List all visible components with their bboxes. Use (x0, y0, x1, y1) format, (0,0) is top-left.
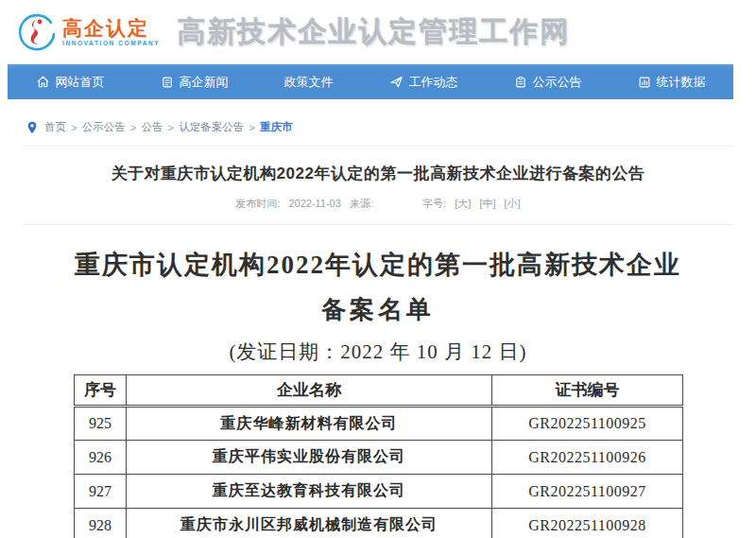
fontsize-medium-button[interactable]: [中] (479, 198, 495, 209)
logo-text: 高企认定 (62, 18, 160, 38)
source-label: 来源: (350, 198, 373, 209)
col-header-cert: 证书编号 (492, 375, 683, 407)
fontsize-label: 字号: (422, 198, 446, 209)
row-no: 926 (75, 441, 127, 475)
nav-item-policy[interactable]: 政策文件 (275, 64, 343, 99)
row-cert: GR202251100928 (492, 509, 683, 538)
logo-swoosh-icon (15, 11, 57, 53)
fontsize-large-button[interactable]: [大] (455, 198, 471, 209)
publish-time-label: 发布时间: (235, 198, 280, 209)
nav-item-statistics[interactable]: 统计数据 (628, 64, 715, 99)
site-header: 高企认定 INNOVATION COMPANY 高新技术企业认定管理工作网 (0, 0, 756, 64)
site-logo[interactable]: 高企认定 INNOVATION COMPANY (15, 11, 160, 53)
breadcrumb-notice[interactable]: 公告 (141, 120, 163, 134)
home-icon (36, 75, 50, 89)
table-row: 926 重庆平伟实业股份有限公司 GR202251100926 (75, 441, 683, 475)
nav-item-home[interactable]: 网站首页 (26, 64, 114, 99)
publish-time-value: 2022-11-03 (288, 198, 340, 209)
document-heading-line1: 重庆市认定机构2022年认定的第一批高新技术企业 (0, 248, 756, 282)
site-title: 高新技术企业认定管理工作网 (177, 13, 570, 52)
document-issue-date: (发证日期：2022 年 10 月 12 日) (0, 338, 756, 365)
divider-meta (23, 224, 733, 225)
nav-item-news[interactable]: 高企新闻 (151, 64, 238, 99)
row-company: 重庆平伟实业股份有限公司 (127, 441, 492, 475)
news-icon (161, 76, 174, 89)
col-header-no: 序号 (75, 375, 127, 407)
breadcrumb-announcements[interactable]: 公示公告 (82, 120, 126, 134)
location-pin-icon (26, 121, 38, 134)
col-header-company: 企业名称 (127, 375, 492, 407)
fontsize-small-button[interactable]: [小] (505, 198, 521, 209)
breadcrumb-chongqing: 重庆市 (260, 120, 293, 134)
breadcrumb-filing-notices[interactable]: 认定备案公告 (179, 120, 244, 134)
logo-subtext: INNOVATION COMPANY (62, 41, 160, 47)
clipboard-icon (514, 76, 527, 89)
divider-top (23, 146, 733, 147)
row-no: 928 (75, 509, 127, 538)
row-no: 927 (75, 475, 127, 509)
row-no: 925 (75, 407, 127, 441)
certificate-table: 序号 企业名称 证书编号 925 重庆华峰新材料有限公司 GR202251100… (74, 374, 683, 538)
nav-item-updates[interactable]: 工作动态 (380, 64, 468, 99)
row-company: 重庆至达教育科技有限公司 (127, 475, 492, 509)
row-cert: GR202251100927 (492, 475, 683, 509)
row-company: 重庆市永川区邦威机械制造有限公司 (127, 509, 492, 538)
nav-item-announcements[interactable]: 公示公告 (505, 64, 592, 99)
table-row: 925 重庆华峰新材料有限公司 GR202251100925 (75, 407, 683, 441)
chart-icon (638, 76, 651, 89)
breadcrumb: 首页 > 公示公告 > 公告 > 认定备案公告 > 重庆市 (0, 99, 756, 146)
row-company: 重庆华峰新材料有限公司 (127, 407, 492, 441)
article-meta: 发布时间: 2022-11-03 来源: 字号: [大] [中] [小] (0, 197, 756, 211)
row-cert: GR202251100926 (492, 441, 683, 475)
document-heading-line2: 备案名单 (0, 293, 756, 326)
row-cert: GR202251100925 (492, 407, 683, 441)
main-nav: 网站首页 高企新闻 政策文件 工作动态 公示公告 统计数据 (8, 64, 733, 99)
breadcrumb-home[interactable]: 首页 (44, 120, 66, 134)
document-body: 重庆市认定机构2022年认定的第一批高新技术企业 备案名单 (发证日期：2022… (0, 248, 756, 538)
table-row: 928 重庆市永川区邦威机械制造有限公司 GR202251100928 (75, 509, 683, 538)
article-title: 关于对重庆市认定机构2022年认定的第一批高新技术企业进行备案的公告 (0, 163, 756, 184)
table-header-row: 序号 企业名称 证书编号 (75, 375, 683, 407)
send-icon (389, 75, 404, 89)
table-row: 927 重庆至达教育科技有限公司 GR202251100927 (75, 475, 683, 509)
